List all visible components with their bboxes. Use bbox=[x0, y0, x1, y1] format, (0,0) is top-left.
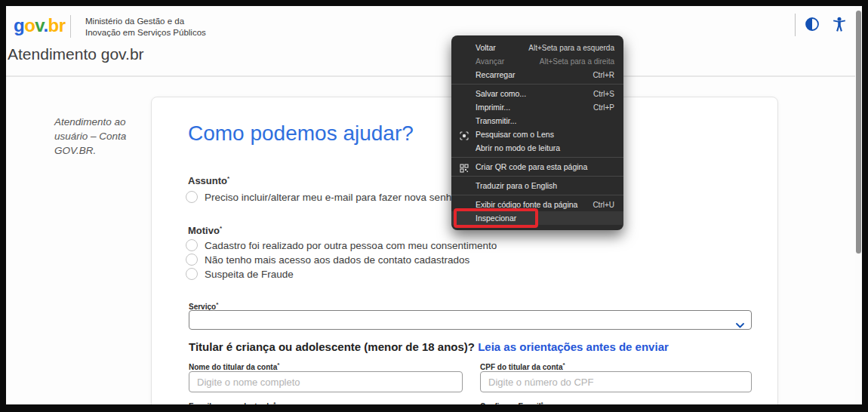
titular-question: Titular é criança ou adolescente (menor … bbox=[189, 340, 669, 353]
menu-item-label: Pesquisar com o Lens bbox=[476, 130, 614, 139]
radio-icon[interactable] bbox=[186, 254, 198, 266]
radio-icon[interactable] bbox=[186, 191, 198, 203]
motivo-label: Motivo* bbox=[188, 225, 222, 236]
menu-item-shortcut: Ctrl+S bbox=[593, 90, 614, 98]
menu-item-label: Exibir código fonte da página bbox=[476, 200, 593, 209]
chevron-down-icon bbox=[736, 318, 744, 331]
required-mark: * bbox=[562, 361, 565, 368]
radio-icon[interactable] bbox=[186, 268, 198, 280]
cpf-titular-label: CPF do titular da conta* bbox=[480, 361, 565, 371]
menu-item-label: Inspecionar bbox=[476, 214, 614, 223]
sidebar-note: Atendimento ao usuário – Conta GOV.BR. bbox=[54, 115, 152, 158]
ministry-line-1: Ministério da Gestão e da bbox=[85, 16, 206, 27]
menu-separator bbox=[451, 176, 623, 177]
menu-item-label: Abrir no modo de leitura bbox=[476, 143, 614, 152]
header-divider bbox=[70, 15, 71, 38]
sidebar-note-line: usuário – Conta bbox=[54, 129, 152, 143]
menu-item-traduzir[interactable]: Traduzir para o English bbox=[451, 179, 623, 192]
menu-item-label: Recarregar bbox=[476, 70, 593, 79]
cpf-titular-label-text: CPF do titular da conta bbox=[480, 363, 562, 371]
accessibility-icon[interactable] bbox=[832, 17, 847, 32]
page-title: Atendimento gov.br bbox=[8, 45, 144, 63]
radio-option-assunto-1[interactable]: Preciso incluir/alterar meu e-mail para … bbox=[186, 191, 460, 203]
menu-separator bbox=[451, 195, 623, 195]
scrollbar-track[interactable] bbox=[855, 6, 862, 404]
menu-item-shortcut: Alt+Seta para a esquerda bbox=[528, 44, 614, 52]
assunto-label-text: Assunto bbox=[188, 175, 227, 186]
ministry-line-2: Inovação em Serviços Públicos bbox=[85, 27, 206, 38]
contrast-icon[interactable] bbox=[805, 17, 820, 32]
govbr-logo-letter: v bbox=[35, 15, 43, 35]
browser-page: gov.br Ministério da Gestão e da Inovaçã… bbox=[6, 6, 862, 404]
menu-item-criar-qr-code[interactable]: Criar QR code para esta página bbox=[451, 160, 623, 174]
radio-option-label: Suspeita de Fraude bbox=[205, 269, 294, 280]
govbr-logo-letter: o bbox=[24, 15, 35, 35]
menu-item-recarregar[interactable]: Recarregar Ctrl+R bbox=[451, 68, 623, 81]
header-rule bbox=[6, 75, 862, 77]
menu-item-label: Voltar bbox=[476, 43, 528, 52]
radio-option-motivo-3[interactable]: Suspeita de Fraude bbox=[186, 268, 294, 280]
menu-item-label: Transmitir... bbox=[476, 116, 614, 125]
radio-icon[interactable] bbox=[186, 239, 198, 251]
required-mark: * bbox=[541, 401, 543, 404]
orientacoes-link[interactable]: Leia as orientações antes de enviar bbox=[478, 340, 669, 353]
required-mark: * bbox=[227, 175, 229, 182]
menu-item-pesquisar-lens[interactable]: Pesquisar com o Lens bbox=[451, 128, 623, 141]
nome-titular-label-text: Nome do titular da conta bbox=[189, 363, 277, 371]
menu-item-label: Avançar bbox=[476, 57, 540, 66]
menu-item-salvar-como[interactable]: Salvar como... Ctrl+S bbox=[451, 87, 623, 100]
radio-option-label: Cadastro foi realizado por outra pessoa … bbox=[205, 240, 497, 251]
header-right-divider bbox=[795, 14, 796, 36]
ministry-name: Ministério da Gestão e da Inovação em Se… bbox=[85, 16, 206, 38]
menu-item-shortcut: Ctrl+R bbox=[593, 71, 614, 79]
menu-item-shortcut: Ctrl+P bbox=[593, 103, 614, 112]
radio-option-label: Preciso incluir/alterar meu e-mail para … bbox=[205, 192, 460, 203]
menu-item-avancar: Avançar Alt+Seta para a direita bbox=[451, 54, 623, 68]
cpf-titular-input[interactable] bbox=[480, 371, 752, 392]
menu-item-label: Salvar como... bbox=[476, 89, 593, 98]
motivo-label-text: Motivo bbox=[188, 225, 220, 236]
menu-separator bbox=[451, 157, 623, 158]
screenshot-frame: gov.br Ministério da Gestão e da Inovaçã… bbox=[0, 0, 868, 412]
required-mark: * bbox=[273, 401, 275, 404]
menu-item-label: Criar QR code para esta página bbox=[476, 162, 614, 171]
menu-item-shortcut: Ctrl+U bbox=[593, 201, 614, 209]
context-menu: Voltar Alt+Seta para a esquerda Avançar … bbox=[451, 35, 623, 230]
required-mark: * bbox=[216, 301, 218, 308]
sidebar-note-line: Atendimento ao bbox=[54, 115, 152, 129]
form-heading: Como podemos ajudar? bbox=[188, 121, 414, 146]
radio-option-motivo-1[interactable]: Cadastro foi realizado por outra pessoa … bbox=[186, 239, 497, 251]
menu-item-shortcut: Alt+Seta para a direita bbox=[540, 57, 614, 66]
assunto-label: Assunto* bbox=[188, 175, 229, 186]
menu-separator bbox=[451, 84, 623, 85]
nome-titular-input[interactable] bbox=[189, 371, 463, 392]
nome-titular-label: Nome do titular da conta* bbox=[189, 361, 279, 371]
menu-item-label: Traduzir para o English bbox=[476, 181, 614, 190]
scrollbar-thumb[interactable] bbox=[856, 11, 861, 254]
menu-item-transmitir[interactable]: Transmitir... bbox=[451, 114, 623, 128]
qr-code-icon bbox=[460, 162, 469, 171]
confirmar-email-label: Confirmar E-mail* bbox=[480, 401, 543, 404]
radio-option-motivo-2[interactable]: Não tenho mais acesso aos dados de conta… bbox=[186, 254, 469, 266]
menu-item-modo-leitura[interactable]: Abrir no modo de leitura bbox=[451, 141, 623, 155]
menu-item-exibir-codigo-fonte[interactable]: Exibir código fonte da página Ctrl+U bbox=[451, 198, 623, 211]
govbr-logo[interactable]: gov.br bbox=[14, 15, 66, 36]
menu-item-imprimir[interactable]: Imprimir... Ctrl+P bbox=[451, 100, 623, 114]
lens-icon bbox=[460, 130, 469, 139]
menu-item-label: Imprimir... bbox=[476, 103, 593, 112]
govbr-logo-letter: r bbox=[59, 15, 66, 35]
govbr-logo-letter: b bbox=[48, 15, 59, 35]
required-mark: * bbox=[277, 361, 279, 368]
servico-select[interactable] bbox=[189, 310, 752, 330]
confirmar-email-label-text: Confirmar E-mail bbox=[480, 402, 541, 404]
email-label: E-mail a ser cadastrado* bbox=[189, 401, 275, 404]
govbr-logo-letter: g bbox=[14, 15, 24, 35]
menu-item-inspecionar[interactable]: Inspecionar bbox=[451, 211, 623, 225]
titular-question-text: Titular é criança ou adolescente (menor … bbox=[189, 340, 475, 353]
required-mark: * bbox=[220, 225, 222, 232]
email-label-text: E-mail a ser cadastrado bbox=[189, 402, 273, 404]
sidebar-note-line: GOV.BR. bbox=[54, 143, 152, 158]
radio-option-label: Não tenho mais acesso aos dados de conta… bbox=[205, 254, 469, 266]
menu-item-voltar[interactable]: Voltar Alt+Seta para a esquerda bbox=[451, 41, 623, 54]
